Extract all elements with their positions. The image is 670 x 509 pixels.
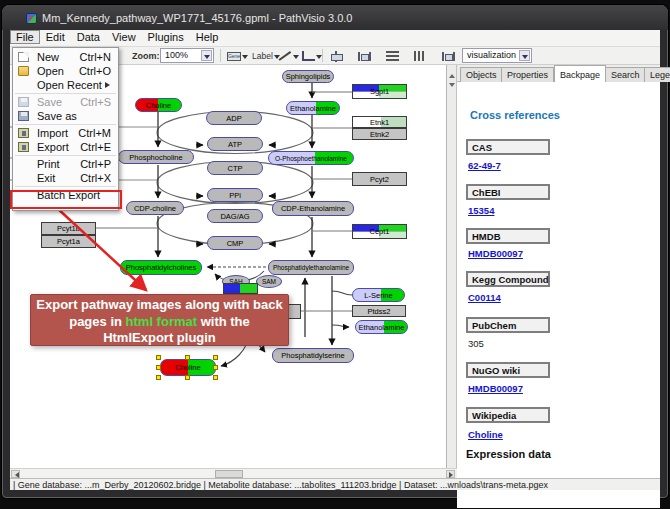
visualization-combobox[interactable]: visualization	[462, 48, 532, 63]
node-phosphatidylcholines[interactable]: Phosphatidylcholines	[120, 260, 202, 275]
xref-link[interactable]: Choline	[468, 429, 503, 440]
chevron-down-icon[interactable]	[242, 55, 248, 62]
align-middle-button[interactable]	[356, 49, 373, 63]
datanode-icon: Gene	[227, 52, 241, 61]
selection-handle[interactable]	[156, 375, 161, 380]
callout-line3: HtmlExport plugin	[31, 330, 288, 347]
node-choline-top[interactable]: Choline	[135, 98, 182, 112]
node-atp[interactable]: ATP	[207, 137, 263, 151]
gene-node-pcyt1a[interactable]: Pcyt1a	[41, 235, 96, 248]
app-icon	[26, 13, 37, 24]
window-title: Mm_Kennedy_pathway_WP1771_45176.gpml - P…	[42, 12, 352, 24]
menu-item-save-as[interactable]: Save as	[13, 109, 118, 123]
menu-item-new[interactable]: NewCtrl+N	[13, 50, 118, 64]
xref-link[interactable]: 15354	[468, 205, 494, 216]
node-sphingolipids[interactable]: Sphingolipids	[282, 70, 334, 83]
scrollbar-thumb[interactable]	[215, 470, 243, 478]
chevron-down-icon[interactable]	[201, 50, 212, 61]
node-choline-selected[interactable]: Choline	[160, 359, 216, 376]
node-cdp-choline[interactable]: CDP-choline	[126, 201, 184, 215]
gene-node-pcyt2[interactable]: Pcyt2	[352, 172, 407, 186]
right-sidebar: Objects Properties Backpage Search Legen…	[457, 65, 660, 508]
chevron-down-icon[interactable]	[293, 55, 299, 62]
open-folder-icon	[18, 66, 29, 76]
xref-link[interactable]: 62-49-7	[468, 160, 501, 171]
selection-handle[interactable]	[185, 355, 190, 360]
datanode-tool-button[interactable]: Gene	[225, 49, 250, 63]
node-phosphocholine[interactable]: Phosphocholine	[118, 150, 194, 164]
save-icon	[18, 97, 29, 107]
selection-handle[interactable]	[213, 375, 218, 380]
zoom-combobox[interactable]: 100%	[160, 48, 214, 63]
distribute-button[interactable]	[440, 49, 457, 63]
node-l-serine[interactable]: L-Serine	[352, 288, 405, 302]
tab-properties[interactable]: Properties	[501, 67, 554, 82]
connector-tool-button[interactable]	[300, 49, 324, 63]
gene-node-etnk2[interactable]: Etnk2	[352, 128, 407, 140]
horizontal-scrollbar[interactable]	[10, 468, 457, 478]
menu-item-import[interactable]: ImportCtrl+M	[13, 126, 118, 140]
title-bar[interactable]: Mm_Kennedy_pathway_WP1771_45176.gpml - P…	[2, 5, 668, 30]
menu-data[interactable]: Data	[71, 30, 106, 44]
node-adp[interactable]: ADP	[206, 111, 262, 125]
tab-objects[interactable]: Objects	[460, 67, 503, 82]
batch-export-highlight-box	[10, 190, 122, 209]
menu-item-print[interactable]: PrintCtrl+P	[13, 157, 118, 171]
tab-backpage[interactable]: Backpage	[554, 65, 606, 82]
tab-legend[interactable]: Legend	[644, 67, 670, 82]
selection-handle[interactable]	[156, 365, 161, 370]
section-header-kegg: Kegg Compound	[466, 271, 550, 287]
tab-search[interactable]: Search	[605, 67, 646, 82]
menu-separator	[15, 186, 116, 187]
node-ethanolamine-top[interactable]: Ethanolamine	[286, 101, 340, 115]
sidebar-tabs: Objects Properties Backpage Search Legen…	[457, 65, 660, 82]
menu-view[interactable]: View	[106, 30, 142, 44]
xref-link[interactable]: C00114	[468, 292, 501, 303]
menu-item-exit[interactable]: ExitCtrl+X	[13, 171, 118, 185]
menu-help[interactable]: Help	[190, 30, 225, 44]
align-center-button[interactable]	[328, 49, 344, 63]
node-sam[interactable]: SAM	[256, 275, 282, 288]
line-tool-button[interactable]	[276, 49, 301, 63]
menu-edit[interactable]: Edit	[40, 30, 71, 44]
selection-handle[interactable]	[156, 355, 161, 360]
selection-handle[interactable]	[213, 355, 218, 360]
annotation-callout: Export pathway images along with back pa…	[30, 294, 289, 346]
scroll-right-icon[interactable]	[446, 470, 455, 478]
node-ctp[interactable]: CTP	[207, 161, 263, 175]
node-ethanolamine-bottom[interactable]: Ethanolamine	[355, 320, 408, 334]
label-tool-text: Label	[252, 51, 273, 61]
xref-link[interactable]: HMDB00097	[468, 383, 523, 394]
menu-item-save[interactable]: SaveCtrl+S	[13, 95, 118, 109]
gene-node-cept1[interactable]: Cept1	[352, 224, 407, 239]
gene-node-pcyt1b[interactable]: Pcyt1b	[41, 222, 96, 235]
selection-handle[interactable]	[185, 375, 190, 380]
gene-node-etnk1[interactable]: Etnk1	[352, 116, 407, 128]
gene-node-ptdss2[interactable]: Ptdss2	[352, 305, 406, 317]
menu-file[interactable]: File	[10, 30, 40, 44]
node-ppi[interactable]: PPi	[207, 188, 263, 202]
chevron-down-icon[interactable]	[519, 50, 530, 61]
menu-item-open[interactable]: OpenCtrl+O	[13, 64, 118, 78]
menu-item-open-recent[interactable]: Open Recent	[13, 78, 118, 92]
selection-handle[interactable]	[213, 365, 218, 370]
node-cmp[interactable]: CMP	[207, 236, 263, 250]
node-cdp-ethanolamine[interactable]: CDP-Ethanolamine	[272, 201, 354, 216]
new-document-icon	[18, 52, 29, 62]
gene-node-small[interactable]	[223, 283, 258, 294]
node-phosphatidylserine[interactable]: Phosphatidylserine	[272, 348, 354, 363]
menu-plugins[interactable]: Plugins	[142, 30, 190, 44]
panel-splitter[interactable]	[447, 65, 457, 468]
backpage-panel[interactable]: Cross references CAS 62-49-7 ChEBI 15354…	[457, 82, 660, 508]
node-o-phosphoethanolamine[interactable]: O-Phosphoethanolamine	[268, 151, 354, 165]
menu-bar: FileEditDataViewPluginsHelp	[10, 30, 660, 47]
menu-item-export[interactable]: ExportCtrl+E	[13, 140, 118, 154]
scroll-left-icon[interactable]	[11, 470, 20, 478]
gene-node-sgpl1[interactable]: Sgpl1	[352, 84, 407, 99]
node-dag-ag[interactable]: DAG/AG	[207, 209, 263, 223]
stack-horizontal-button[interactable]	[412, 49, 428, 63]
save-as-icon	[18, 111, 29, 121]
stack-vertical-button[interactable]	[384, 49, 401, 63]
xref-link[interactable]: HMDB00097	[468, 248, 523, 259]
node-phosphatidylethanolamine[interactable]: Phosphatidylethanolamine	[268, 260, 354, 275]
